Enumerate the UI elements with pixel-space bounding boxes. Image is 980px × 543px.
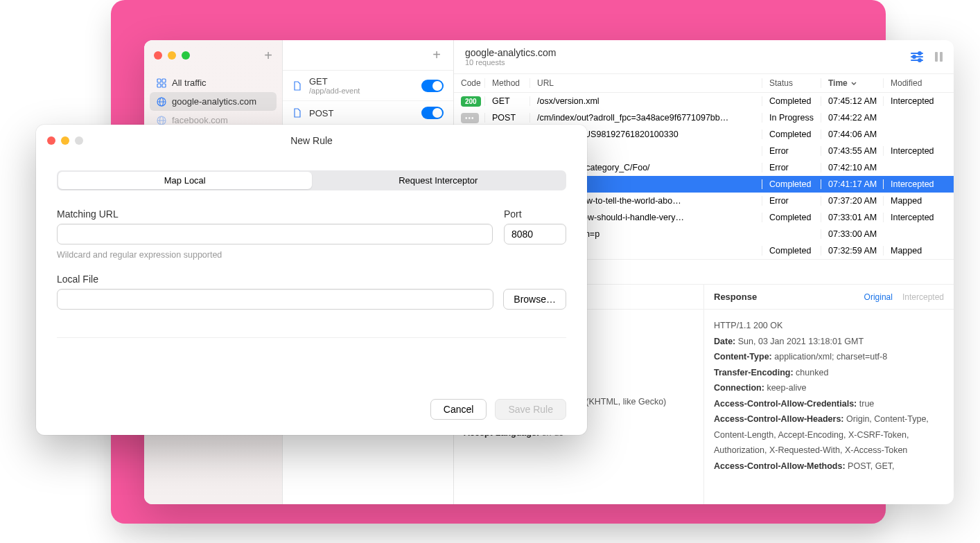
- sidebar-item-label: All traffic: [172, 78, 207, 88]
- status-badge: 200: [461, 96, 481, 107]
- header-value: application/xml; charset=utf-8: [774, 352, 887, 362]
- request-item[interactable]: GET /app/add-event: [283, 71, 453, 101]
- document-icon: [292, 108, 302, 118]
- column-status[interactable]: Status: [762, 78, 821, 88]
- browse-button[interactable]: Browse…: [503, 289, 566, 310]
- maximize-window-button[interactable]: [182, 51, 190, 60]
- globe-icon: [157, 116, 166, 125]
- request-toggle[interactable]: [421, 107, 444, 119]
- add-request-button[interactable]: +: [432, 47, 441, 63]
- cell-time: 07:32:59 AM: [821, 246, 883, 256]
- matching-url-input[interactable]: [57, 224, 493, 244]
- sidebar-item-google-analytics[interactable]: google-analytics.com: [150, 92, 277, 111]
- table-header: Code Method URL Status Time Modified: [454, 74, 954, 93]
- cell-modified: Intercepted: [883, 146, 954, 156]
- tab-original[interactable]: Original: [864, 292, 893, 302]
- response-status: HTTP/1.1 200 OK: [714, 318, 944, 334]
- response-header: Connection: keep-alive: [714, 380, 944, 396]
- cell-time: 07:37:20 AM: [821, 196, 883, 206]
- close-window-button[interactable]: [154, 51, 162, 60]
- column-modified[interactable]: Modified: [883, 78, 954, 88]
- cell-status: Error: [762, 196, 821, 206]
- maximize-modal-button: [75, 136, 83, 145]
- cell-time: 07:43:55 AM: [821, 146, 883, 156]
- cell-modified: Intercepted: [883, 179, 954, 189]
- tab-intercepted[interactable]: Intercepted: [902, 292, 944, 302]
- close-modal-button[interactable]: [47, 136, 55, 145]
- header-key: Access-Control-Allow-Methods:: [714, 461, 846, 471]
- cell-time: 07:42:10 AM: [821, 163, 883, 172]
- local-file-label: Local File: [57, 274, 566, 285]
- requests-header: +: [283, 40, 453, 71]
- column-method[interactable]: Method: [484, 78, 530, 88]
- new-rule-modal: New Rule Map Local Request Interceptor M…: [36, 125, 587, 435]
- divider: [57, 337, 566, 338]
- cell-status: Completed: [762, 179, 821, 189]
- port-label: Port: [504, 208, 566, 220]
- svg-rect-0: [157, 79, 161, 82]
- modal-titlebar: New Rule: [36, 125, 587, 157]
- svg-rect-3: [162, 84, 166, 87]
- response-header: Access-Control-Allow-Methods: POST, GET,: [714, 459, 944, 474]
- header-key: Transfer-Encoding:: [714, 368, 794, 377]
- table-row[interactable]: •••POST/cm/index/out?adroll_fpc=3a48ace9…: [454, 109, 954, 126]
- column-time[interactable]: Time: [821, 78, 883, 88]
- cell-status: Error: [762, 163, 821, 172]
- cancel-button[interactable]: Cancel: [430, 399, 487, 420]
- header-key: Access-Control-Allow-Headers:: [714, 414, 844, 424]
- save-rule-button[interactable]: Save Rule: [495, 399, 566, 420]
- svg-point-15: [918, 59, 921, 62]
- svg-rect-1: [162, 79, 166, 82]
- modal-footer: Cancel Save Rule: [36, 389, 587, 435]
- globe-icon: [157, 97, 166, 107]
- request-method: POST: [309, 108, 414, 118]
- wildcard-hint: Wildcard and regular expression supporte…: [57, 250, 493, 260]
- tab-map-local[interactable]: Map Local: [58, 172, 312, 189]
- request-item[interactable]: POST: [283, 101, 453, 125]
- header-value: POST, GET,: [848, 461, 894, 471]
- minimize-modal-button[interactable]: [61, 136, 69, 145]
- request-body: POST: [309, 108, 414, 118]
- titlebar: +: [144, 40, 282, 71]
- cell-url: /cm/index/out?adroll_fpc=3a48ace9f677109…: [530, 113, 762, 123]
- minimize-window-button[interactable]: [168, 51, 176, 60]
- cell-time: 07:44:06 AM: [821, 130, 883, 139]
- cell-modified: Mapped: [883, 246, 954, 256]
- local-file-input[interactable]: [57, 289, 493, 310]
- cell-modified: Mapped: [883, 196, 954, 206]
- response-header: Access-Control-Allow-Credentials: true: [714, 396, 944, 412]
- add-source-button[interactable]: +: [264, 48, 272, 64]
- document-icon: [292, 81, 302, 91]
- cell-status: Completed: [762, 96, 821, 106]
- request-method: GET: [309, 76, 414, 87]
- header-key: Access-Control-Allow-Credentials:: [714, 399, 857, 409]
- rule-type-segmented: Map Local Request Interceptor: [57, 170, 566, 190]
- header-value: Sun, 03 Jan 2021 13:18:01 GMT: [738, 337, 864, 346]
- sidebar-item-all-traffic[interactable]: All traffic: [150, 73, 277, 92]
- cell-status: Completed: [762, 213, 821, 222]
- content-title: google-analytics.com: [465, 47, 557, 58]
- svg-rect-2: [157, 84, 161, 87]
- content-header: google-analytics.com 10 requests: [454, 40, 954, 74]
- header-key: Content-Type:: [714, 352, 772, 362]
- request-body: GET /app/add-event: [309, 76, 414, 95]
- table-row[interactable]: 200GET/osx/version.xmlCompleted07:45:12 …: [454, 93, 954, 109]
- cell-modified: Intercepted: [883, 213, 954, 222]
- header-value: chunked: [796, 368, 828, 377]
- filter-icon[interactable]: [910, 51, 924, 63]
- cell-time: 07:41:17 AM: [821, 179, 883, 189]
- traffic-lights: [154, 51, 190, 60]
- column-url[interactable]: URL: [530, 78, 762, 88]
- cell-status: Error: [762, 146, 821, 156]
- tab-request-interceptor[interactable]: Request Interceptor: [312, 172, 566, 189]
- cell-method: POST: [484, 113, 530, 123]
- modal-title: New Rule: [36, 135, 587, 146]
- column-code[interactable]: Code: [454, 78, 484, 88]
- header-value: keep-alive: [767, 383, 806, 393]
- header-value: true: [859, 399, 875, 409]
- response-panel-header: Response Original Intercepted: [704, 285, 954, 310]
- port-input[interactable]: [504, 224, 566, 244]
- sidebar-item-label: google-analytics.com: [172, 96, 256, 107]
- pause-icon[interactable]: [935, 52, 943, 62]
- request-toggle[interactable]: [421, 80, 444, 92]
